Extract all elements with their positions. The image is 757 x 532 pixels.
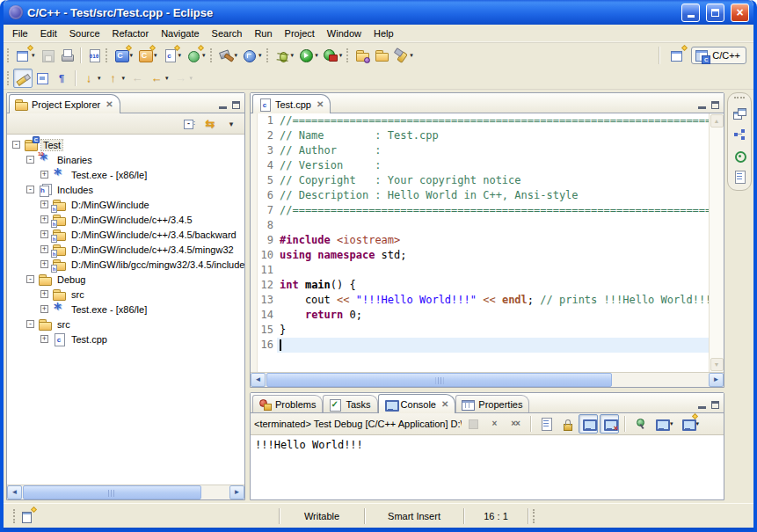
show-whitespace-button[interactable]: ¶ — [52, 69, 71, 88]
menu-run[interactable]: Run — [248, 26, 278, 40]
run-button[interactable]: ▾ — [296, 46, 321, 65]
close-view-icon[interactable]: ✕ — [106, 99, 113, 109]
tab-problems[interactable]: Problems — [252, 395, 323, 412]
minimize-button[interactable] — [681, 4, 700, 22]
new-cpp-project-button[interactable]: C▾ — [135, 46, 160, 65]
back-button[interactable]: ←▾ — [147, 69, 171, 88]
menu-help[interactable]: Help — [368, 26, 400, 40]
dropdown-arrow-icon[interactable]: ▾ — [696, 420, 700, 427]
editor-vertical-scrollbar[interactable]: ▲ ▼ — [709, 113, 724, 372]
code-line[interactable]: 13 cout << "!!!Hello World!!!" << endl; … — [258, 293, 709, 308]
previous-annotation-button[interactable]: ↑▾ — [104, 69, 128, 88]
code-line[interactable]: 4// Version : — [258, 158, 709, 173]
dropdown-arrow-icon[interactable]: ▾ — [315, 52, 318, 59]
scroll-left-icon[interactable]: ◄ — [7, 485, 22, 499]
tab-tasks[interactable]: Tasks — [323, 395, 377, 412]
menu-window[interactable]: Window — [321, 26, 368, 40]
display-console-button[interactable]: ▾ — [651, 414, 676, 434]
scroll-left-icon[interactable]: ◄ — [251, 373, 266, 387]
tree-item[interactable]: -10Binaries — [7, 152, 244, 167]
tree-expander-icon[interactable]: + — [40, 260, 48, 268]
dropdown-arrow-icon[interactable]: ▾ — [202, 52, 206, 59]
toolbar-drag-handle[interactable] — [210, 48, 213, 62]
menu-source[interactable]: Source — [63, 26, 106, 40]
dropdown-arrow-icon[interactable]: ▾ — [190, 75, 193, 82]
remove-launch-button[interactable]: × — [484, 414, 504, 434]
tree-expander-icon[interactable]: - — [12, 141, 20, 149]
outline-view-button[interactable] — [730, 127, 749, 142]
tree-expander-icon[interactable]: + — [40, 230, 48, 238]
cpp-perspective-button[interactable]: C/C++ — [691, 47, 746, 64]
menu-project[interactable]: Project — [279, 26, 321, 40]
view-menu-button[interactable]: ▾ — [222, 114, 241, 134]
tree-expander-icon[interactable]: - — [26, 320, 34, 328]
tree-item[interactable]: -Debug — [7, 272, 244, 287]
code-line[interactable]: 8 — [258, 218, 709, 233]
show-source-range-button[interactable] — [33, 69, 52, 88]
code-line[interactable]: 14 return 0; — [258, 308, 709, 323]
open-perspective-button[interactable] — [667, 46, 687, 65]
strip-drag-handle[interactable] — [734, 97, 745, 99]
show-stderr-button[interactable]: × — [600, 414, 619, 434]
tree-expander-icon[interactable]: + — [40, 335, 48, 343]
code-line[interactable]: 3// Author : — [258, 143, 709, 158]
editor-tab-test-cpp[interactable]: c Test.cpp ✕ — [252, 94, 331, 113]
code-line[interactable]: 2// Name : Test.cpp — [258, 128, 709, 143]
link-with-editor-button[interactable]: ⇆ — [200, 114, 220, 134]
open-element-button[interactable] — [353, 46, 372, 65]
dropdown-arrow-icon[interactable]: ▾ — [32, 52, 35, 59]
toolbar-drag-handle[interactable] — [7, 71, 10, 85]
dropdown-arrow-icon[interactable]: ▾ — [339, 52, 343, 59]
dropdown-arrow-icon[interactable]: ▾ — [98, 75, 101, 82]
clear-console-button[interactable] — [536, 414, 556, 434]
dropdown-arrow-icon[interactable]: ▾ — [258, 52, 262, 59]
tab-console[interactable]: Console✕ — [378, 394, 456, 413]
debug-button[interactable]: ▾ — [273, 46, 297, 65]
explorer-horizontal-scrollbar[interactable]: ◄ ► — [7, 485, 244, 499]
dropdown-arrow-icon[interactable]: ▾ — [154, 52, 157, 59]
dropdown-arrow-icon[interactable]: ▾ — [235, 52, 238, 59]
close-button[interactable]: × — [731, 4, 749, 22]
external-tools-button[interactable]: ▾ — [321, 46, 346, 65]
tree-item[interactable]: +src — [7, 287, 244, 302]
tree-expander-icon[interactable]: + — [40, 171, 48, 179]
scrollbar-thumb[interactable] — [23, 485, 201, 499]
console-output[interactable]: !!!Hello World!!! — [251, 435, 724, 499]
print-button[interactable] — [57, 46, 76, 65]
tree-item[interactable]: +hD:/MinGW/include — [7, 197, 244, 212]
code-line[interactable]: 7//=====================================… — [258, 203, 709, 218]
annotation-ruler[interactable] — [251, 113, 258, 372]
code-area[interactable]: 1//=====================================… — [258, 113, 709, 372]
show-stdout-button[interactable] — [579, 414, 598, 434]
next-annotation-button[interactable]: ↓▾ — [79, 69, 104, 88]
code-line[interactable]: 11 — [258, 263, 709, 278]
menu-refactor[interactable]: Refactor — [106, 26, 156, 40]
new-c-project-button[interactable]: C▾ — [112, 46, 136, 65]
maximize-console-button[interactable] — [711, 401, 719, 409]
code-line[interactable]: 16 — [258, 338, 709, 353]
dropdown-arrow-icon[interactable]: ▾ — [410, 52, 413, 59]
toolbar-drag-handle[interactable] — [346, 48, 349, 62]
dropdown-arrow-icon[interactable]: ▾ — [165, 75, 169, 82]
dropdown-arrow-icon[interactable]: ▾ — [130, 52, 134, 59]
toolbar-drag-handle[interactable] — [266, 48, 269, 62]
documents-view-button[interactable] — [730, 169, 749, 185]
close-view-icon[interactable]: ✕ — [441, 399, 448, 409]
tree-item[interactable]: +Test.exe - [x86/le] — [7, 167, 244, 182]
scroll-lock-button[interactable] — [557, 414, 577, 434]
editor-horizontal-scrollbar[interactable]: ◄ ► — [251, 372, 724, 387]
mark-occurrences-button[interactable] — [13, 69, 33, 88]
scroll-right-icon[interactable]: ► — [229, 485, 244, 499]
dropdown-arrow-icon[interactable]: ▾ — [122, 75, 126, 82]
maximize-view-button[interactable] — [232, 101, 240, 109]
toolbar-drag-handle[interactable] — [106, 48, 108, 62]
new-c-file-button[interactable]: c▾ — [160, 46, 185, 65]
scroll-down-icon[interactable]: ▼ — [710, 358, 724, 371]
tree-item[interactable]: +hD:/MinGW/include/c++/3.4.5 — [7, 212, 244, 227]
pin-console-button[interactable] — [630, 414, 650, 434]
fast-view-icon[interactable] — [21, 510, 33, 522]
remove-all-terminated-button[interactable]: ×× — [506, 414, 525, 434]
code-line[interactable]: 12int main() { — [258, 278, 709, 293]
tree-expander-icon[interactable]: + — [40, 215, 48, 223]
new-wizard-button[interactable]: ▾ — [13, 46, 38, 65]
